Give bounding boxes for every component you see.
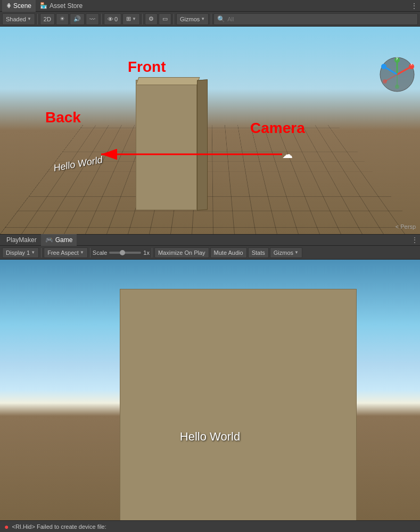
scene-back-label: Back [45, 109, 81, 126]
search-icon: 🔍 [217, 15, 225, 23]
display-dropdown-arrow: ▼ [31, 250, 35, 255]
scene-camera-icon: ☁ [282, 148, 293, 161]
shading-dropdown-arrow: ▼ [27, 16, 31, 21]
gizmos-dropdown-arrow: ▼ [201, 16, 205, 21]
scene-wall-top [136, 77, 200, 85]
game-gizmos-dropdown-arrow: ▼ [294, 250, 299, 255]
scene-front-label: Front [128, 59, 166, 76]
toolbar-sep-5 [211, 14, 211, 24]
game-tab-icon: 🎮 [45, 236, 53, 244]
game-toolbar: Display 1 ▼ Free Aspect ▼ Scale 1x Maxim… [0, 246, 420, 260]
game-toolbar-sep-1 [41, 248, 42, 257]
visibility-icon: 👁 [108, 16, 113, 22]
status-bar: ● <RI.Hid> Failed to create device file: [0, 520, 420, 532]
scene-tab-bar: ⋕ Scene 🏪 Asset Store ⋮ [0, 0, 420, 12]
lighting-button[interactable]: ☀ [56, 13, 69, 25]
game-toolbar-sep-2 [90, 248, 90, 257]
visibility-label: 0 [114, 16, 118, 22]
toolbar-sep-4 [174, 14, 174, 24]
game-tab-bar-more-button[interactable]: ⋮ [411, 236, 418, 244]
scene-viewport: Front Back Camera Hello World ☁ < Persp … [0, 27, 420, 234]
transform-icon: ⊞ [126, 15, 131, 22]
mute-audio-button[interactable]: Mute Audio [210, 247, 247, 258]
scene-gizmo-widget[interactable]: y x [378, 56, 416, 93]
game-tab-label: Game [55, 236, 73, 244]
tab-scene[interactable]: ⋕ Scene [2, 0, 36, 12]
settings-icon: ⚙ [149, 15, 154, 22]
tab-bar-more-button[interactable]: ⋮ [410, 2, 418, 10]
asset-store-tab-label: Asset Store [50, 2, 83, 10]
maximize-on-play-button[interactable]: Maximize On Play [154, 247, 209, 258]
2d-button[interactable]: 2D [40, 13, 55, 25]
scene-arrow [96, 144, 287, 165]
search-field[interactable]: 🔍 [213, 13, 418, 25]
aspect-label: Free Aspect [47, 250, 79, 256]
audio-button[interactable]: 🔊 [70, 13, 85, 25]
effects-button[interactable]: 〰 [86, 13, 99, 25]
svg-point-14 [383, 79, 387, 84]
mute-audio-label: Mute Audio [214, 250, 243, 256]
lighting-icon: ☀ [60, 15, 65, 22]
stats-button[interactable]: Stats [248, 247, 269, 258]
transform-button[interactable]: ⊞ ▼ [122, 13, 140, 25]
game-toolbar-sep-3 [152, 248, 152, 257]
scale-value: 1x [143, 250, 150, 256]
stats-label: Stats [252, 250, 265, 256]
display-label: Display 1 [6, 250, 30, 256]
game-tab-bar: PlayMaker 🎮 Game ⋮ [0, 234, 420, 246]
display-dropdown[interactable]: Display 1 ▼ [2, 247, 39, 258]
gizmos-dropdown[interactable]: Gizmos ▼ [176, 13, 209, 25]
gizmos-label: Gizmos [180, 16, 200, 22]
scene-camera-label: Camera [250, 120, 305, 137]
audio-icon: 🔊 [73, 15, 81, 22]
scene-tab-icon: ⋕ [6, 2, 11, 9]
scale-slider-thumb[interactable] [120, 250, 125, 255]
status-message: <RI.Hid> Failed to create device file: [12, 523, 106, 530]
scale-label: Scale [93, 250, 108, 256]
asset-store-tab-icon: 🏪 [40, 2, 47, 9]
tab-asset-store[interactable]: 🏪 Asset Store [36, 0, 87, 12]
scene-toolbar: Shaded ▼ 2D ☀ 🔊 〰 👁 0 ⊞ ▼ ⚙ ▭ Gizmos ▼ 🔍 [0, 12, 420, 27]
game-gizmos-dropdown[interactable]: Gizmos ▼ [270, 247, 302, 258]
svg-text:x: x [410, 62, 413, 66]
tab-game[interactable]: 🎮 Game [41, 234, 77, 246]
game-box-object [120, 289, 357, 520]
scene-tab-label: Scene [13, 2, 31, 10]
toolbar-sep-1 [37, 14, 38, 24]
toolbar-sep-2 [101, 14, 102, 24]
svg-text:y: y [396, 56, 398, 60]
scene-persp-label: < Persp [396, 223, 416, 230]
shading-label: Shaded [6, 16, 26, 22]
game-hello-world-text: Hello World [0, 430, 420, 444]
scale-slider-track[interactable] [109, 252, 141, 254]
layer-icon: ▭ [162, 15, 168, 22]
svg-point-12 [395, 85, 399, 89]
visibility-button[interactable]: 👁 0 [104, 13, 121, 25]
game-viewport: Hello World [0, 260, 420, 520]
transform-dropdown-arrow: ▼ [132, 16, 136, 21]
toolbar-sep-3 [142, 14, 143, 24]
error-icon: ● [4, 522, 9, 531]
maximize-on-play-label: Maximize On Play [158, 250, 205, 256]
svg-point-10 [381, 64, 386, 69]
layer-button[interactable]: ▭ [159, 13, 171, 25]
shading-dropdown[interactable]: Shaded ▼ [2, 13, 35, 25]
game-gizmos-label: Gizmos [274, 250, 293, 256]
scale-control[interactable]: Scale 1x [93, 250, 150, 256]
aspect-dropdown[interactable]: Free Aspect ▼ [44, 247, 88, 258]
tab-playmaker[interactable]: PlayMaker [2, 234, 41, 246]
settings-button[interactable]: ⚙ [145, 13, 158, 25]
playmaker-tab-label: PlayMaker [6, 236, 37, 244]
effects-icon: 〰 [89, 16, 95, 22]
search-input[interactable] [227, 16, 414, 22]
aspect-dropdown-arrow: ▼ [80, 250, 84, 255]
